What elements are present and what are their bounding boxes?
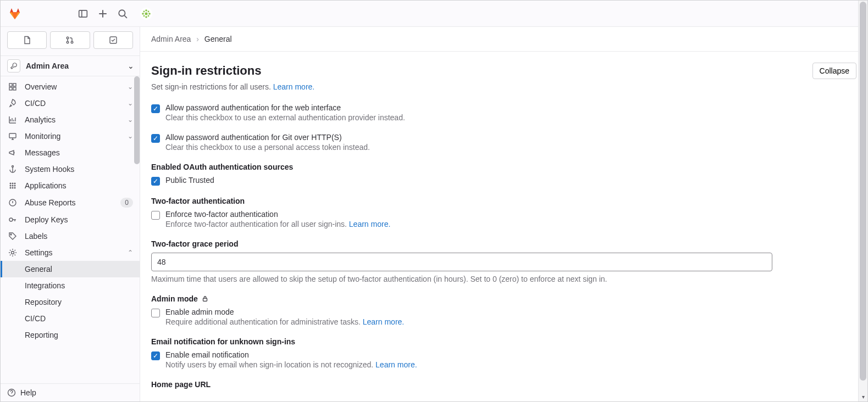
label-enforce-2fa: Enforce two-factor authentication: [165, 210, 390, 219]
checkbox-public-trusted[interactable]: [151, 177, 160, 186]
sidebar-subitem-reporting[interactable]: Reporting: [25, 327, 140, 343]
svg-point-14: [143, 15, 145, 16]
svg-point-4: [119, 10, 125, 16]
sidebar-item-labels[interactable]: Labels: [1, 228, 140, 244]
label-email-notif: Enable email notification: [165, 350, 417, 359]
sidebar-item-messages[interactable]: Messages: [1, 144, 140, 161]
sidebar-item-cicd[interactable]: CI/CD⌄: [1, 95, 140, 111]
chevron-down-icon: ⌄: [128, 116, 133, 124]
gitlab-logo[interactable]: [7, 6, 23, 21]
learn-more-link[interactable]: Learn more.: [273, 82, 314, 91]
sidebar-subitem-general[interactable]: General: [1, 261, 140, 277]
svg-rect-40: [203, 298, 207, 301]
sidebar: Admin Area ⌄ Overview⌄ CI/CD⌄ Analytics⌄…: [1, 27, 140, 401]
sidebar-item-monitoring[interactable]: Monitoring⌄: [1, 128, 140, 144]
label-allow-password-web: Allow password authentication for the we…: [165, 103, 405, 112]
svg-point-38: [12, 252, 14, 254]
admin-mode-group-label: Admin mode: [151, 294, 856, 303]
breadcrumb-root[interactable]: Admin Area: [151, 35, 191, 43]
grace-period-label: Two-factor grace period: [151, 239, 856, 248]
breadcrumb: Admin Area › General: [140, 27, 867, 52]
svg-point-34: [14, 187, 16, 189]
collapse-button[interactable]: Collapse: [812, 63, 856, 79]
dashboard-icon: [7, 82, 18, 91]
svg-point-13: [148, 10, 150, 12]
chevron-down-icon: ⌄: [128, 62, 134, 70]
svg-point-9: [148, 13, 151, 15]
sidebar-toggle-icon[interactable]: [76, 7, 90, 20]
sidebar-item-deploy-keys[interactable]: Deploy Keys: [1, 211, 140, 228]
svg-point-11: [145, 16, 147, 18]
svg-point-33: [12, 187, 14, 189]
sidebar-context-header[interactable]: Admin Area ⌄: [1, 55, 140, 76]
scroll-down-arrow[interactable]: ▾: [859, 392, 867, 401]
checkbox-email-notif[interactable]: [151, 351, 160, 360]
svg-point-36: [9, 218, 13, 221]
merge-requests-button[interactable]: [50, 31, 90, 49]
chevron-up-icon: ⌃: [128, 249, 133, 256]
svg-rect-22: [9, 87, 12, 90]
tag-icon: [7, 232, 18, 241]
sidebar-item-abuse-reports[interactable]: Abuse Reports0: [1, 194, 140, 211]
file-new-button[interactable]: [7, 31, 47, 49]
chevron-down-icon: ⌄: [128, 132, 133, 140]
section-description: Set sign-in restrictions for all users. …: [151, 82, 856, 91]
twofactor-group-label: Two-factor authentication: [151, 197, 856, 205]
checkbox-allow-password-git[interactable]: [151, 134, 160, 143]
help-icon: [7, 388, 16, 397]
svg-point-10: [145, 9, 147, 12]
label-public-trusted: Public Trusted: [165, 176, 214, 185]
oauth-group-label: Enabled OAuth authentication sources: [151, 163, 856, 171]
rocket-icon: [7, 99, 18, 108]
svg-point-29: [10, 185, 12, 187]
checkbox-allow-password-web[interactable]: [151, 104, 160, 113]
user-avatar[interactable]: [139, 7, 153, 21]
sidebar-subitem-repository[interactable]: Repository: [25, 294, 140, 310]
help-link[interactable]: Help: [1, 383, 140, 401]
main-content: Admin Area › General Sign-in restriction…: [140, 27, 867, 401]
breadcrumb-sep: ›: [196, 35, 199, 43]
svg-point-18: [71, 41, 74, 43]
learn-more-link[interactable]: Learn more.: [375, 360, 417, 369]
svg-point-26: [10, 183, 12, 185]
svg-point-25: [12, 166, 14, 168]
svg-rect-20: [9, 83, 12, 86]
megaphone-icon: [7, 148, 18, 157]
sidebar-item-system-hooks[interactable]: System Hooks: [1, 161, 140, 177]
learn-more-link[interactable]: Learn more.: [349, 220, 390, 228]
label-allow-password-git: Allow password authentication for Git ov…: [165, 133, 370, 142]
key-icon: [7, 215, 18, 224]
sidebar-scrollbar[interactable]: [134, 76, 140, 164]
sidebar-subitem-cicd[interactable]: CI/CD: [25, 310, 140, 327]
anchor-icon: [7, 165, 18, 174]
sidebar-item-applications[interactable]: Applications: [1, 177, 140, 194]
checkbox-enforce-2fa[interactable]: [151, 211, 160, 220]
checkbox-admin-mode[interactable]: [151, 309, 160, 317]
todo-button[interactable]: [93, 31, 133, 49]
breadcrumb-current: General: [204, 35, 232, 43]
sidebar-item-overview[interactable]: Overview⌄: [1, 79, 140, 95]
search-icon[interactable]: [116, 7, 129, 20]
sidebar-item-analytics[interactable]: Analytics⌄: [1, 111, 140, 128]
scroll-thumb[interactable]: [860, 2, 866, 381]
gear-icon: [7, 248, 18, 257]
label-admin-mode: Enable admin mode: [165, 308, 404, 316]
sidebar-item-settings[interactable]: Settings⌃: [1, 244, 140, 261]
svg-point-16: [67, 37, 69, 39]
chart-icon: [7, 115, 18, 124]
wrench-icon: [7, 59, 20, 72]
abuse-badge: 0: [120, 198, 133, 208]
viewport-scrollbar[interactable]: ▴ ▾: [858, 1, 867, 401]
svg-rect-23: [13, 87, 16, 90]
svg-point-31: [14, 185, 16, 187]
svg-point-30: [12, 185, 14, 187]
topbar: [1, 1, 867, 27]
monitor-icon: [7, 132, 18, 141]
grace-period-input[interactable]: [151, 253, 772, 271]
svg-point-32: [10, 187, 12, 189]
chevron-down-icon: ⌄: [128, 83, 133, 91]
sidebar-subitem-integrations[interactable]: Integrations: [25, 277, 140, 294]
learn-more-link[interactable]: Learn more.: [363, 317, 404, 326]
section-title: Sign-in restrictions: [151, 64, 261, 78]
plus-icon[interactable]: [96, 7, 109, 20]
